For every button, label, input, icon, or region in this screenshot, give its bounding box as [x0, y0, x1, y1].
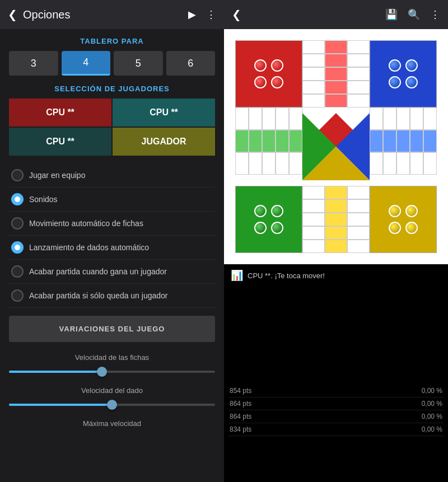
option-label-0: Jugar en equipo	[29, 171, 85, 180]
right-menu-button[interactable]: ⋮	[430, 8, 440, 21]
score-row-1: 864 pts 0,00 %	[228, 397, 444, 410]
option-label-1: Sonidos	[29, 195, 58, 204]
jugadores-label: SELECCIÓN DE JUGADORES	[9, 85, 215, 93]
score-pct-1: 0,00 %	[422, 400, 442, 408]
corner-red	[235, 40, 302, 107]
blue-piece-3	[389, 76, 401, 88]
red-piece-4	[271, 76, 283, 88]
option-label-2: Movimiento automático de fichas	[29, 219, 143, 228]
score-row-3: 834 pts 0,00 %	[228, 423, 444, 436]
score-pts-1: 864 pts	[230, 400, 251, 408]
tablero-label: TABLERO PARA	[9, 37, 215, 45]
right-back-button[interactable]: ❮	[232, 8, 241, 21]
slider-0[interactable]	[9, 366, 215, 377]
player-btn-0[interactable]: CPU **	[9, 99, 111, 127]
green-piece-1	[254, 205, 267, 217]
right-panel: ❮ 💾 🔍 ⋮	[224, 0, 448, 482]
option-4: Acabar partida cuando gana un jugador	[9, 260, 215, 284]
black-area	[224, 287, 448, 382]
green-piece-3	[254, 222, 267, 234]
left-panel: ❮ Opciones ▶ ⋮ TABLERO PARA 3 4 5 6 SELE…	[0, 0, 224, 482]
save-icon[interactable]: 💾	[385, 8, 398, 21]
yellow-piece-4	[405, 222, 418, 234]
slider-thumb-1[interactable]	[107, 400, 117, 410]
red-piece-3	[254, 76, 267, 88]
tab-5[interactable]: 5	[114, 51, 163, 76]
radio-4[interactable]	[11, 265, 24, 278]
yellow-piece-2	[405, 205, 418, 217]
blue-piece-2	[405, 59, 418, 72]
corner-blue	[370, 40, 437, 107]
slider-1[interactable]	[9, 399, 215, 410]
variation-button[interactable]: VARIACIONES DEL JUEGO	[9, 316, 215, 342]
status-bar: 📊 CPU **. ¡Te toca mover!	[224, 264, 448, 287]
slider-thumb-0[interactable]	[97, 367, 107, 377]
number-tabs: 3 4 5 6	[9, 51, 215, 76]
option-label-4: Acabar partida cuando gana un jugador	[29, 267, 167, 276]
game-board	[224, 29, 448, 264]
radio-5[interactable]	[11, 289, 24, 302]
player-btn-2[interactable]: CPU **	[9, 128, 111, 156]
right-top-icons: 💾 🔍 ⋮	[385, 8, 440, 21]
path-bottom	[302, 186, 370, 253]
right-top-bar: ❮ 💾 🔍 ⋮	[224, 0, 448, 29]
left-top-bar: ❮ Opciones ▶ ⋮	[0, 0, 224, 29]
player-btn-3[interactable]: JUGADOR	[113, 128, 215, 156]
blue-piece-1	[389, 59, 401, 72]
slider-label-1: Velocidad del dado	[9, 386, 215, 395]
radio-1[interactable]	[11, 193, 24, 205]
top-bar-icons: ▶ ⋮	[188, 8, 216, 21]
radio-2[interactable]	[11, 217, 24, 230]
ludo-board	[224, 29, 448, 264]
back-button[interactable]: ❮	[8, 8, 17, 21]
corner-yellow	[370, 186, 437, 253]
option-3: Lanzamiento de dados automático	[9, 236, 215, 260]
path-right	[370, 107, 437, 175]
play-button[interactable]: ▶	[188, 8, 196, 21]
left-content: TABLERO PARA 3 4 5 6 SELECCIÓN DE JUGADO…	[0, 29, 224, 482]
corner-green	[235, 186, 302, 253]
red-piece-1	[254, 59, 267, 72]
score-pts-2: 864 pts	[230, 413, 251, 420]
radio-3[interactable]	[11, 241, 24, 254]
option-label-3: Lanzamiento de dados automático	[29, 243, 149, 252]
tab-4[interactable]: 4	[62, 51, 111, 76]
score-area: 854 pts 0,00 % 864 pts 0,00 % 864 pts 0,…	[224, 382, 448, 483]
score-row-2: 864 pts 0,00 %	[228, 410, 444, 423]
score-pct-0: 0,00 %	[422, 387, 442, 395]
tab-6[interactable]: 6	[166, 51, 216, 76]
option-0: Jugar en equipo	[9, 163, 215, 188]
option-label-5: Acabar partida si sólo queda un jugador	[29, 291, 168, 300]
option-2: Movimiento automático de fichas	[9, 212, 215, 236]
slider-fill-1	[9, 404, 112, 406]
radio-0[interactable]	[11, 169, 24, 181]
yellow-piece-3	[389, 222, 401, 234]
maxima-label: Máxima velocidad	[9, 419, 215, 428]
blue-piece-4	[405, 76, 418, 88]
option-1: Sonidos	[9, 188, 215, 212]
bar-chart-icon: 📊	[231, 269, 243, 282]
green-piece-4	[271, 222, 283, 234]
menu-button[interactable]: ⋮	[206, 8, 216, 21]
center-star	[302, 113, 370, 180]
red-piece-2	[271, 59, 283, 72]
score-pts-3: 834 pts	[230, 425, 251, 433]
players-section: SELECCIÓN DE JUGADORES CPU ** CPU ** CPU…	[9, 85, 215, 156]
slider-section: Velocidad de las fichas Velocidad del da…	[9, 353, 215, 428]
green-piece-2	[271, 205, 283, 217]
slider-fill-0	[9, 371, 102, 373]
status-text: CPU **. ¡Te toca mover!	[248, 272, 325, 280]
score-row-0: 854 pts 0,00 %	[228, 385, 444, 397]
score-pts-0: 854 pts	[230, 387, 251, 395]
player-grid: CPU ** CPU ** CPU ** JUGADOR	[9, 99, 215, 156]
player-btn-1[interactable]: CPU **	[113, 99, 215, 127]
zoom-icon[interactable]: 🔍	[408, 8, 420, 21]
tab-3[interactable]: 3	[9, 51, 58, 76]
path-left	[235, 107, 302, 175]
options-list: Jugar en equipo Sonidos Movimiento autom…	[9, 163, 215, 308]
page-title: Opciones	[23, 8, 188, 21]
slider-track-0	[9, 371, 215, 373]
option-5: Acabar partida si sólo queda un jugador	[9, 284, 215, 308]
score-pct-3: 0,00 %	[422, 425, 442, 433]
path-top	[302, 40, 370, 107]
